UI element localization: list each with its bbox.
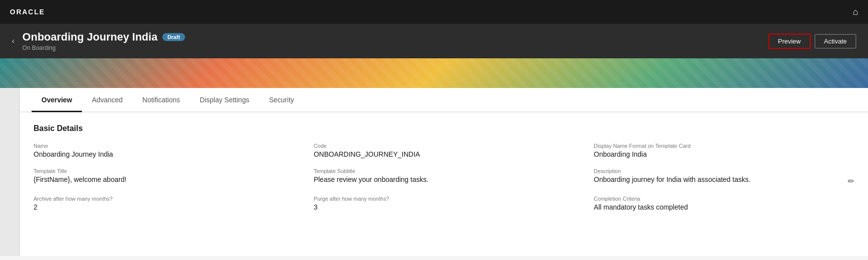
field-value-description: Onboarding journey for India with associ… [594,175,751,183]
tab-advanced[interactable]: Advanced [82,88,132,112]
field-value-purge-months: 3 [314,203,574,211]
description-row: Onboarding journey for India with associ… [594,175,854,186]
field-label-archive-months: Archive after how many months? [34,196,294,202]
tab-overview[interactable]: Overview [32,88,82,112]
banner-image [0,58,868,88]
field-value-code: ONBOARDING_JOURNEY_INDIA [314,150,574,158]
breadcrumb: On Boarding [22,44,185,51]
field-label-name: Name [34,143,294,149]
field-value-template-subtitle: Please review your onboarding tasks. [314,175,574,183]
field-value-template-title: {FirstName}, welcome aboard! [34,175,294,183]
tab-display-settings[interactable]: Display Settings [190,88,259,112]
draft-badge: Draft [162,33,185,41]
top-nav: ORACLE ⌂ [0,0,868,24]
field-completion-criteria: Completion Criteria All mandatory tasks … [594,196,854,211]
header-left: ‹ Onboarding Journey India Draft On Boar… [12,31,185,51]
header-bar: ‹ Onboarding Journey India Draft On Boar… [0,24,868,58]
sidebar-strip [0,88,20,256]
section-title: Basic Details [34,124,854,133]
tab-security[interactable]: Security [259,88,304,112]
field-code: Code ONBOARDING_JOURNEY_INDIA [314,143,574,158]
preview-button[interactable]: Preview [768,34,811,49]
activate-button[interactable]: Activate [815,34,856,48]
field-template-title: Template Title {FirstName}, welcome aboa… [34,168,294,186]
home-icon[interactable]: ⌂ [853,7,858,17]
field-display-name-format: Display Name Format on Template Card Onb… [594,143,854,158]
field-value-archive-months: 2 [34,203,294,211]
field-value-name: Onboarding Journey India [34,150,294,158]
field-label-description: Description [594,168,854,174]
header-title-group: Onboarding Journey India Draft On Boardi… [22,31,185,51]
tab-notifications[interactable]: Notifications [133,88,190,112]
field-label-display-name-format: Display Name Format on Template Card [594,143,854,149]
edit-description-icon[interactable]: ✏ [848,176,854,186]
header-title-row: Onboarding Journey India Draft [22,31,185,43]
main-layout: Overview Advanced Notifications Display … [0,88,868,256]
field-label-template-title: Template Title [34,168,294,174]
page-title: Onboarding Journey India [22,31,157,43]
oracle-logo: ORACLE [10,8,45,16]
field-name: Name Onboarding Journey India [34,143,294,158]
content-body: Basic Details Name Onboarding Journey In… [20,112,868,223]
field-purge-months: Purge after how many months? 3 [314,196,574,211]
fields-grid: Name Onboarding Journey India Code ONBOA… [34,143,854,211]
header-actions: Preview Activate [768,34,857,49]
field-description: Description Onboarding journey for India… [594,168,854,186]
tabs-bar: Overview Advanced Notifications Display … [20,88,868,112]
field-label-completion-criteria: Completion Criteria [594,196,854,202]
field-label-template-subtitle: Template Subtitle [314,168,574,174]
field-label-code: Code [314,143,574,149]
field-value-completion-criteria: All mandatory tasks completed [594,203,854,211]
content-area: Overview Advanced Notifications Display … [20,88,868,256]
field-archive-months: Archive after how many months? 2 [34,196,294,211]
field-template-subtitle: Template Subtitle Please review your onb… [314,168,574,186]
field-label-purge-months: Purge after how many months? [314,196,574,202]
field-value-display-name-format: Onboarding India [594,150,854,158]
back-button[interactable]: ‹ [12,37,14,45]
